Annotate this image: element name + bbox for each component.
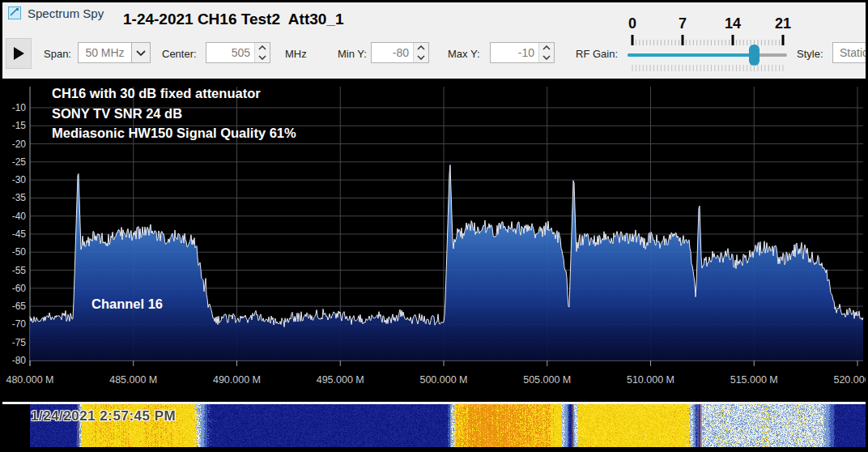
document-title: 1-24-2021 CH16 Test2 Att30_1 (123, 11, 343, 28)
center-spinner (206, 42, 270, 63)
rf-gain-label: RF Gain: (576, 48, 618, 60)
min-y-label: Min Y: (338, 48, 367, 60)
rf-gain-scale-7: 7 (679, 15, 687, 32)
app-icon (8, 6, 21, 19)
style-select[interactable]: Static (832, 42, 866, 63)
center-label: Center: (162, 48, 197, 60)
slider-track-fill (628, 53, 755, 57)
svg-text:-45: -45 (12, 228, 27, 240)
svg-text:505.000 M: 505.000 M (523, 374, 571, 386)
min-y-spinner (371, 42, 429, 63)
annotation-line-1: CH16 with 30 dB fixed attenuator (52, 83, 296, 104)
svg-text:-55: -55 (12, 265, 27, 276)
chevron-up-icon (258, 45, 266, 50)
chevron-up-icon (542, 45, 551, 50)
window-frame-top (0, 0, 868, 2)
style-label: Style: (797, 48, 823, 60)
channel-16-label: Channel 16 (91, 296, 163, 312)
spin-down-button[interactable] (414, 53, 428, 62)
waterfall-separator (0, 402, 868, 404)
svg-text:-10: -10 (12, 102, 27, 113)
chevron-down-icon (542, 55, 551, 60)
max-y-spinner (490, 42, 555, 63)
svg-text:515.000 M: 515.000 M (730, 374, 778, 386)
window-title: Spectrum Spy (28, 6, 104, 20)
spin-down-button[interactable] (539, 53, 554, 62)
chevron-down-icon (258, 55, 266, 60)
rf-gain-ticks-bottom (625, 64, 789, 72)
chevron-down-icon (417, 55, 425, 60)
span-select[interactable]: 50 MHz (78, 42, 151, 63)
svg-text:-30: -30 (12, 174, 27, 185)
svg-text:-75: -75 (12, 337, 27, 348)
svg-text:485.000 M: 485.000 M (109, 374, 157, 386)
max-y-label: Max Y: (448, 48, 480, 60)
svg-text:-60: -60 (12, 283, 27, 294)
svg-text:-35: -35 (12, 192, 27, 203)
slider-handle[interactable] (749, 45, 760, 66)
svg-text:-25: -25 (12, 156, 27, 168)
svg-text:495.000 M: 495.000 M (317, 374, 364, 386)
center-input[interactable] (206, 43, 254, 62)
min-y-spin-buttons (413, 43, 428, 62)
play-icon (14, 47, 24, 60)
chart-annotations: CH16 with 30 dB fixed attenuator SONY TV… (52, 83, 296, 143)
min-y-input[interactable] (372, 43, 413, 62)
svg-text:-50: -50 (12, 246, 27, 258)
max-y-spin-buttons (538, 43, 554, 62)
svg-text:-65: -65 (12, 301, 27, 312)
span-value: 50 MHz (79, 43, 131, 62)
span-label: Span: (44, 48, 71, 60)
play-button[interactable] (6, 38, 32, 69)
svg-text:-80: -80 (12, 355, 27, 366)
spin-up-button[interactable] (414, 43, 428, 53)
spin-up-button[interactable] (255, 43, 270, 53)
max-y-input[interactable] (491, 43, 538, 62)
annotation-line-2: SONY TV SNR 24 dB (52, 104, 296, 124)
rf-gain-scale-21: 21 (775, 15, 791, 32)
spectrum-spy-window: Spectrum Spy 1-24-2021 CH16 Test2 Att30_… (0, 0, 868, 452)
rf-gain-scale-0: 0 (628, 15, 636, 32)
svg-text:-20: -20 (12, 139, 27, 150)
chevron-down-icon (131, 43, 150, 62)
rf-gain-scale-14: 14 (725, 15, 741, 32)
center-spin-buttons (254, 43, 270, 62)
annotation-line-3: Mediasonic HW150 Signal Quality 61% (52, 123, 296, 143)
style-value: Static (833, 43, 866, 62)
svg-text:-70: -70 (12, 318, 27, 330)
svg-text:500.000 M: 500.000 M (419, 374, 467, 386)
svg-text:480.000 M: 480.000 M (6, 374, 53, 386)
waterfall-timestamp: 1/24/2021 2:57:45 PM (31, 408, 176, 424)
window-frame-left (0, 0, 2, 452)
mhz-unit-label: MHz (285, 48, 307, 60)
svg-text:510.000 M: 510.000 M (627, 374, 674, 386)
svg-text:-15: -15 (12, 120, 27, 131)
spin-down-button[interactable] (255, 53, 270, 62)
svg-text:520.000 M: 520.000 M (833, 374, 868, 386)
svg-text:-40: -40 (12, 211, 27, 222)
header: Spectrum Spy 1-24-2021 CH16 Test2 Att30_… (2, 2, 866, 79)
svg-text:490.000 M: 490.000 M (213, 374, 261, 386)
spin-up-button[interactable] (539, 43, 554, 53)
chevron-up-icon (417, 45, 425, 50)
